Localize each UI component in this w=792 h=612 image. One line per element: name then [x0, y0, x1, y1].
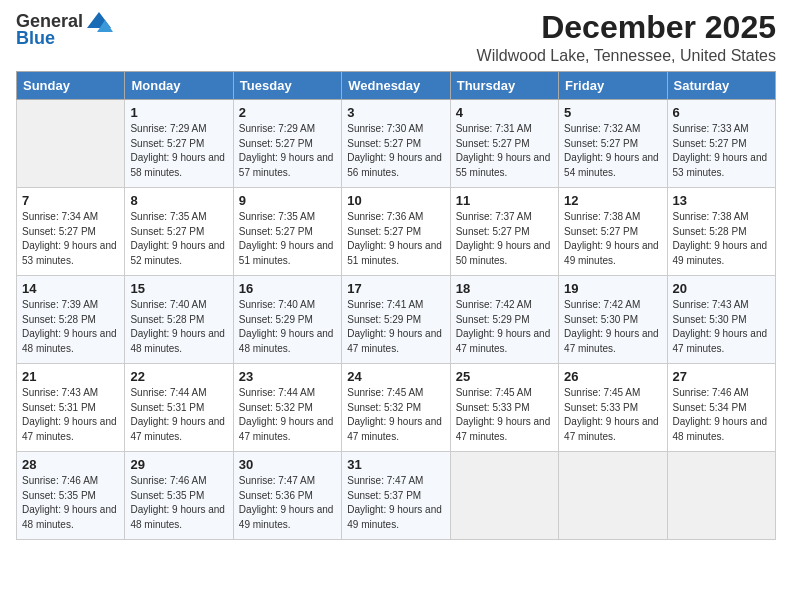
daylight-text: Daylight: 9 hours and 48 minutes. — [673, 416, 768, 442]
day-info: Sunrise: 7:45 AMSunset: 5:32 PMDaylight:… — [347, 386, 444, 444]
day-number: 24 — [347, 369, 444, 384]
logo-icon — [85, 10, 113, 32]
calendar-cell: 7Sunrise: 7:34 AMSunset: 5:27 PMDaylight… — [17, 188, 125, 276]
sunrise-text: Sunrise: 7:40 AM — [130, 299, 206, 310]
day-info: Sunrise: 7:46 AMSunset: 5:34 PMDaylight:… — [673, 386, 770, 444]
daylight-text: Daylight: 9 hours and 51 minutes. — [347, 240, 442, 266]
day-number: 22 — [130, 369, 227, 384]
daylight-text: Daylight: 9 hours and 47 minutes. — [564, 416, 659, 442]
calendar-week-row: 1Sunrise: 7:29 AMSunset: 5:27 PMDaylight… — [17, 100, 776, 188]
calendar-cell: 28Sunrise: 7:46 AMSunset: 5:35 PMDayligh… — [17, 452, 125, 540]
daylight-text: Daylight: 9 hours and 47 minutes. — [456, 416, 551, 442]
day-info: Sunrise: 7:32 AMSunset: 5:27 PMDaylight:… — [564, 122, 661, 180]
day-info: Sunrise: 7:30 AMSunset: 5:27 PMDaylight:… — [347, 122, 444, 180]
col-sunday: Sunday — [17, 72, 125, 100]
daylight-text: Daylight: 9 hours and 58 minutes. — [130, 152, 225, 178]
daylight-text: Daylight: 9 hours and 48 minutes. — [22, 328, 117, 354]
sunset-text: Sunset: 5:29 PM — [347, 314, 421, 325]
daylight-text: Daylight: 9 hours and 49 minutes. — [347, 504, 442, 530]
day-number: 5 — [564, 105, 661, 120]
sunrise-text: Sunrise: 7:40 AM — [239, 299, 315, 310]
calendar-cell: 4Sunrise: 7:31 AMSunset: 5:27 PMDaylight… — [450, 100, 558, 188]
calendar-cell: 2Sunrise: 7:29 AMSunset: 5:27 PMDaylight… — [233, 100, 341, 188]
sunrise-text: Sunrise: 7:43 AM — [673, 299, 749, 310]
sunset-text: Sunset: 5:34 PM — [673, 402, 747, 413]
day-number: 31 — [347, 457, 444, 472]
sunrise-text: Sunrise: 7:45 AM — [564, 387, 640, 398]
calendar-cell: 20Sunrise: 7:43 AMSunset: 5:30 PMDayligh… — [667, 276, 775, 364]
sunset-text: Sunset: 5:36 PM — [239, 490, 313, 501]
sunrise-text: Sunrise: 7:43 AM — [22, 387, 98, 398]
calendar-cell: 23Sunrise: 7:44 AMSunset: 5:32 PMDayligh… — [233, 364, 341, 452]
sunset-text: Sunset: 5:30 PM — [564, 314, 638, 325]
day-info: Sunrise: 7:45 AMSunset: 5:33 PMDaylight:… — [564, 386, 661, 444]
calendar-table: Sunday Monday Tuesday Wednesday Thursday… — [16, 71, 776, 540]
title-block: December 2025 Wildwood Lake, Tennessee, … — [477, 10, 776, 65]
logo: General Blue — [16, 10, 113, 49]
daylight-text: Daylight: 9 hours and 49 minutes. — [239, 504, 334, 530]
day-info: Sunrise: 7:35 AMSunset: 5:27 PMDaylight:… — [130, 210, 227, 268]
calendar-week-row: 21Sunrise: 7:43 AMSunset: 5:31 PMDayligh… — [17, 364, 776, 452]
col-saturday: Saturday — [667, 72, 775, 100]
day-number: 16 — [239, 281, 336, 296]
day-info: Sunrise: 7:39 AMSunset: 5:28 PMDaylight:… — [22, 298, 119, 356]
day-info: Sunrise: 7:31 AMSunset: 5:27 PMDaylight:… — [456, 122, 553, 180]
calendar-cell: 6Sunrise: 7:33 AMSunset: 5:27 PMDaylight… — [667, 100, 775, 188]
calendar-cell: 1Sunrise: 7:29 AMSunset: 5:27 PMDaylight… — [125, 100, 233, 188]
day-info: Sunrise: 7:45 AMSunset: 5:33 PMDaylight:… — [456, 386, 553, 444]
day-info: Sunrise: 7:47 AMSunset: 5:36 PMDaylight:… — [239, 474, 336, 532]
daylight-text: Daylight: 9 hours and 47 minutes. — [347, 328, 442, 354]
calendar-cell: 5Sunrise: 7:32 AMSunset: 5:27 PMDaylight… — [559, 100, 667, 188]
day-info: Sunrise: 7:36 AMSunset: 5:27 PMDaylight:… — [347, 210, 444, 268]
calendar-cell: 29Sunrise: 7:46 AMSunset: 5:35 PMDayligh… — [125, 452, 233, 540]
day-number: 18 — [456, 281, 553, 296]
day-number: 12 — [564, 193, 661, 208]
sunrise-text: Sunrise: 7:34 AM — [22, 211, 98, 222]
sunset-text: Sunset: 5:27 PM — [239, 138, 313, 149]
calendar-week-row: 28Sunrise: 7:46 AMSunset: 5:35 PMDayligh… — [17, 452, 776, 540]
daylight-text: Daylight: 9 hours and 47 minutes. — [673, 328, 768, 354]
day-info: Sunrise: 7:44 AMSunset: 5:31 PMDaylight:… — [130, 386, 227, 444]
day-number: 20 — [673, 281, 770, 296]
sunrise-text: Sunrise: 7:32 AM — [564, 123, 640, 134]
daylight-text: Daylight: 9 hours and 48 minutes. — [130, 504, 225, 530]
sunrise-text: Sunrise: 7:37 AM — [456, 211, 532, 222]
sunset-text: Sunset: 5:33 PM — [456, 402, 530, 413]
sunset-text: Sunset: 5:31 PM — [22, 402, 96, 413]
calendar-cell: 22Sunrise: 7:44 AMSunset: 5:31 PMDayligh… — [125, 364, 233, 452]
calendar-cell: 11Sunrise: 7:37 AMSunset: 5:27 PMDayligh… — [450, 188, 558, 276]
sunrise-text: Sunrise: 7:44 AM — [130, 387, 206, 398]
day-info: Sunrise: 7:29 AMSunset: 5:27 PMDaylight:… — [239, 122, 336, 180]
sunrise-text: Sunrise: 7:38 AM — [564, 211, 640, 222]
sunrise-text: Sunrise: 7:47 AM — [239, 475, 315, 486]
sunset-text: Sunset: 5:27 PM — [564, 226, 638, 237]
day-info: Sunrise: 7:43 AMSunset: 5:31 PMDaylight:… — [22, 386, 119, 444]
day-number: 26 — [564, 369, 661, 384]
sunrise-text: Sunrise: 7:35 AM — [239, 211, 315, 222]
calendar-cell: 15Sunrise: 7:40 AMSunset: 5:28 PMDayligh… — [125, 276, 233, 364]
day-number: 25 — [456, 369, 553, 384]
daylight-text: Daylight: 9 hours and 53 minutes. — [673, 152, 768, 178]
sunrise-text: Sunrise: 7:38 AM — [673, 211, 749, 222]
day-number: 7 — [22, 193, 119, 208]
calendar-cell: 12Sunrise: 7:38 AMSunset: 5:27 PMDayligh… — [559, 188, 667, 276]
daylight-text: Daylight: 9 hours and 47 minutes. — [564, 328, 659, 354]
day-info: Sunrise: 7:41 AMSunset: 5:29 PMDaylight:… — [347, 298, 444, 356]
day-info: Sunrise: 7:34 AMSunset: 5:27 PMDaylight:… — [22, 210, 119, 268]
day-number: 3 — [347, 105, 444, 120]
sunrise-text: Sunrise: 7:29 AM — [130, 123, 206, 134]
col-monday: Monday — [125, 72, 233, 100]
daylight-text: Daylight: 9 hours and 55 minutes. — [456, 152, 551, 178]
sunrise-text: Sunrise: 7:42 AM — [564, 299, 640, 310]
sunset-text: Sunset: 5:27 PM — [456, 226, 530, 237]
sunrise-text: Sunrise: 7:31 AM — [456, 123, 532, 134]
daylight-text: Daylight: 9 hours and 48 minutes. — [130, 328, 225, 354]
sunset-text: Sunset: 5:29 PM — [239, 314, 313, 325]
sunset-text: Sunset: 5:27 PM — [456, 138, 530, 149]
sunrise-text: Sunrise: 7:44 AM — [239, 387, 315, 398]
calendar-cell: 10Sunrise: 7:36 AMSunset: 5:27 PMDayligh… — [342, 188, 450, 276]
daylight-text: Daylight: 9 hours and 49 minutes. — [673, 240, 768, 266]
sunrise-text: Sunrise: 7:46 AM — [673, 387, 749, 398]
daylight-text: Daylight: 9 hours and 49 minutes. — [564, 240, 659, 266]
calendar-week-row: 14Sunrise: 7:39 AMSunset: 5:28 PMDayligh… — [17, 276, 776, 364]
